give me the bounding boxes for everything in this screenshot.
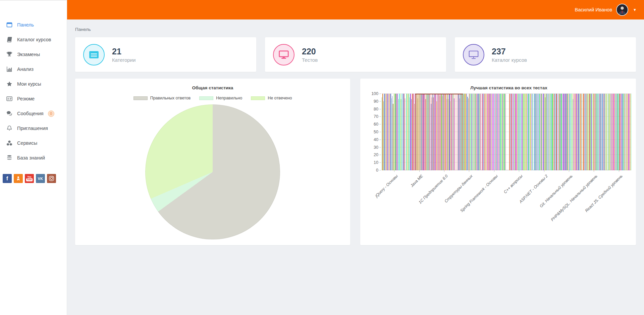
monitor-outline-icon [463, 44, 484, 65]
y-axis-tick-label: 20 [366, 152, 378, 157]
sidebar-item-star[interactable]: Мои курсы [0, 77, 67, 91]
id-card-icon [6, 96, 13, 102]
bar [397, 94, 397, 170]
comments-icon [6, 110, 13, 117]
bar [610, 94, 610, 170]
social-link-facebook[interactable]: f [3, 174, 12, 183]
bar [549, 94, 549, 170]
bar [497, 94, 497, 170]
bar [628, 94, 628, 170]
bar [503, 94, 503, 170]
bar [573, 99, 573, 170]
social-link-youtube[interactable]: YouTube [25, 174, 34, 183]
legend-swatch [133, 96, 148, 100]
bar [528, 94, 529, 170]
social-link-instagram[interactable] [47, 174, 56, 183]
social-link-vk[interactable]: VK [36, 174, 45, 183]
sidebar-item-bar-chart[interactable]: Анализ [0, 62, 67, 77]
bar-chart-plot[interactable]: 0102030405060708090100 [382, 94, 631, 170]
bar [531, 94, 531, 170]
bar [605, 94, 606, 170]
avatar-image [617, 4, 628, 15]
bar [550, 94, 550, 170]
bar [396, 94, 396, 170]
bar [576, 94, 576, 170]
window-icon [6, 22, 13, 28]
bar [523, 94, 523, 170]
bar [580, 94, 580, 170]
bar [393, 104, 393, 170]
bar [621, 94, 622, 170]
bar [627, 94, 627, 170]
bar [391, 98, 392, 170]
bar [578, 94, 579, 170]
bar [524, 94, 524, 170]
bar [483, 94, 484, 170]
user-avatar [616, 4, 628, 16]
bar [615, 94, 616, 170]
bar [609, 94, 609, 170]
bar [386, 94, 387, 170]
y-axis-tick-label: 100 [366, 91, 378, 96]
bar [490, 94, 490, 170]
bar [490, 94, 491, 170]
bar [590, 94, 591, 170]
bar [579, 94, 580, 170]
bar [471, 94, 471, 170]
legend-label: Неправильно [216, 96, 242, 100]
bar [631, 94, 631, 170]
bar [538, 94, 538, 170]
bar [539, 94, 540, 170]
bar-group-8 [558, 94, 582, 170]
app-root: ПанельКаталог курсовЭкзаменыАнализМои ку… [0, 0, 644, 315]
bar [527, 94, 527, 170]
bar [628, 94, 629, 170]
bar [536, 94, 536, 170]
bar [488, 94, 488, 170]
bar [466, 94, 466, 170]
bar [509, 94, 509, 170]
topbar: Василий Иванов ▼ [67, 0, 644, 19]
bar [398, 94, 398, 170]
monitor-filled-icon [273, 44, 294, 65]
bar [412, 94, 412, 170]
bar [587, 94, 587, 170]
sidebar-item-id-card[interactable]: Резюме [0, 91, 67, 106]
bar [589, 94, 590, 170]
bar [499, 94, 499, 170]
sidebar-item-database[interactable]: База знаний [0, 150, 67, 165]
bar [534, 94, 534, 170]
bar [410, 94, 411, 170]
bar [562, 94, 563, 170]
bar [596, 94, 596, 170]
user-menu[interactable]: Василий Иванов ▼ [575, 4, 637, 16]
sidebar-item-label: База знаний [17, 155, 45, 161]
bar [554, 94, 554, 170]
bell-icon [6, 125, 13, 132]
bar [505, 94, 505, 170]
pie-chart[interactable] [145, 104, 280, 239]
sidebar-item-comments[interactable]: Сообщения0 [0, 106, 67, 121]
bar [542, 94, 542, 170]
bar [471, 94, 472, 170]
sidebar-item-trophy[interactable]: Экзамены [0, 47, 67, 62]
sidebar-item-book[interactable]: Каталог курсов [0, 32, 67, 47]
bar [513, 94, 514, 170]
bar [567, 94, 567, 170]
bar-group-10 [608, 94, 631, 170]
sidebar-item-label: Анализ [17, 66, 34, 72]
bar [615, 94, 615, 170]
bar [577, 94, 577, 170]
sidebar-item-bell[interactable]: Приглашения [0, 121, 67, 136]
bar [398, 99, 399, 170]
y-axis-tick [379, 101, 381, 101]
cubes-icon [6, 140, 13, 146]
sidebar-nav: ПанельКаталог курсовЭкзаменыАнализМои ку… [0, 17, 67, 165]
social-link-odnoklassniki[interactable] [14, 174, 23, 183]
bar [623, 94, 623, 170]
sidebar-item-cubes[interactable]: Сервисы [0, 136, 67, 150]
bar [543, 94, 544, 170]
sidebar-item-window[interactable]: Панель [0, 17, 67, 32]
bar [545, 97, 545, 170]
bar [521, 94, 521, 170]
